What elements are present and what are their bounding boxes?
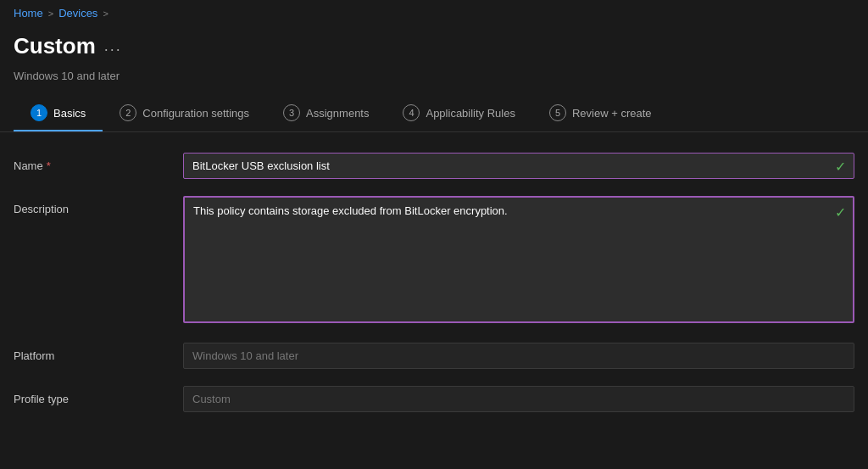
name-label: Name*	[14, 153, 183, 172]
breadcrumb-devices[interactable]: Devices	[58, 7, 97, 20]
tab-applicability-rules[interactable]: 4 Applicability Rules	[386, 96, 532, 131]
breadcrumb-home[interactable]: Home	[14, 7, 43, 20]
tab-assignments[interactable]: 3 Assignments	[266, 96, 386, 131]
tab-basics[interactable]: 1 Basics	[14, 96, 103, 131]
platform-value: Windows 10 and later	[183, 343, 854, 369]
tab-number-4: 4	[403, 104, 420, 121]
description-checkmark-icon: ✓	[835, 204, 846, 221]
tab-configuration-settings[interactable]: 2 Configuration settings	[103, 96, 266, 131]
profile-type-input-wrap: Custom	[183, 386, 854, 412]
tab-applicability-label: Applicability Rules	[426, 107, 515, 120]
name-checkmark-icon: ✓	[835, 158, 846, 174]
tab-review-label: Review + create	[572, 107, 652, 120]
name-input-wrap: ✓	[183, 153, 854, 179]
tab-configuration-label: Configuration settings	[142, 107, 249, 120]
breadcrumb-sep2: >	[103, 8, 108, 19]
description-textarea[interactable]: This policy contains storage excluded fr…	[183, 196, 854, 323]
breadcrumb: Home > Devices >	[0, 0, 868, 26]
required-star: *	[47, 159, 51, 172]
page-header: Custom ...	[0, 26, 868, 70]
tab-number-3: 3	[283, 104, 300, 121]
platform-input-wrap: Windows 10 and later	[183, 343, 854, 369]
tabs-bar: 1 Basics 2 Configuration settings 3 Assi…	[0, 96, 868, 132]
name-row: Name* ✓	[14, 153, 854, 179]
profile-type-label: Profile type	[14, 386, 183, 405]
profile-type-value: Custom	[183, 386, 854, 412]
platform-label: Platform	[14, 343, 183, 362]
platform-row: Platform Windows 10 and later	[14, 343, 854, 369]
more-options-icon[interactable]: ...	[104, 37, 122, 55]
breadcrumb-sep1: >	[48, 8, 53, 19]
description-label: Description	[14, 196, 183, 215]
form-area: Name* ✓ Description This policy contains…	[0, 153, 868, 412]
tab-assignments-label: Assignments	[306, 107, 369, 120]
page-subtitle: Windows 10 and later	[0, 70, 868, 96]
page-title: Custom	[14, 33, 96, 59]
tab-number-2: 2	[120, 104, 136, 121]
tab-number-1: 1	[31, 104, 47, 121]
tab-basics-label: Basics	[53, 107, 86, 120]
name-input[interactable]	[183, 153, 854, 179]
tab-review-create[interactable]: 5 Review + create	[532, 96, 669, 131]
description-row: Description This policy contains storage…	[14, 196, 854, 326]
description-input-wrap: This policy contains storage excluded fr…	[183, 196, 854, 326]
profile-type-row: Profile type Custom	[14, 386, 854, 412]
tab-number-5: 5	[549, 104, 566, 121]
